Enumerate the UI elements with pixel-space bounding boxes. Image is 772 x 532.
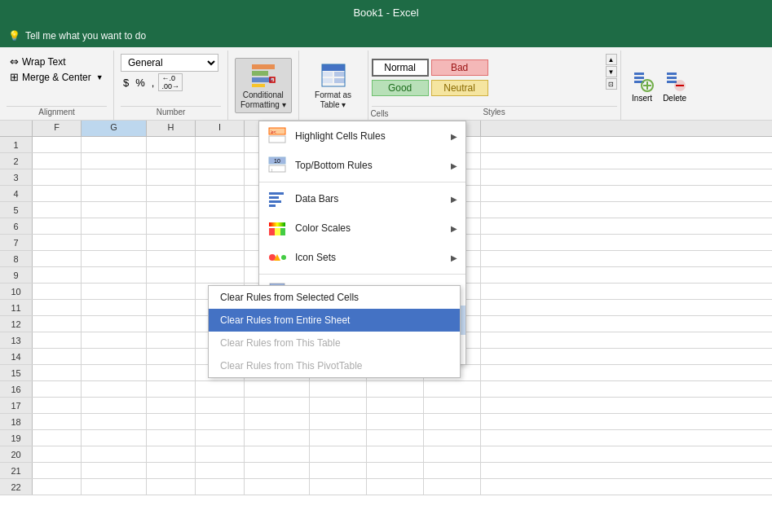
grid-cell[interactable] xyxy=(196,479,245,495)
grid-cell[interactable] xyxy=(367,446,424,463)
decimal-up-button[interactable]: ←.0.00→ xyxy=(158,73,183,91)
style-good[interactable]: Good xyxy=(372,80,429,96)
grid-cell[interactable] xyxy=(33,414,82,430)
dollar-button[interactable]: $ xyxy=(121,77,131,89)
grid-cell[interactable] xyxy=(147,365,196,381)
grid-cell[interactable] xyxy=(147,414,196,430)
grid-cell[interactable] xyxy=(147,316,196,332)
menu-item-colorscales[interactable]: Color Scales ▶ xyxy=(259,213,465,243)
grid-cell[interactable] xyxy=(82,202,147,218)
grid-cell[interactable] xyxy=(245,398,310,414)
grid-cell[interactable] xyxy=(310,463,367,479)
grid-cell[interactable] xyxy=(33,251,82,267)
grid-cell[interactable] xyxy=(33,218,82,235)
grid-cell[interactable] xyxy=(424,381,481,398)
grid-cell[interactable] xyxy=(33,137,82,153)
grid-cell[interactable] xyxy=(367,398,424,414)
grid-cell[interactable] xyxy=(196,463,245,479)
scroll-up-arrow[interactable]: ▲ xyxy=(606,54,617,65)
grid-cell[interactable] xyxy=(147,235,196,251)
percent-button[interactable]: % xyxy=(133,77,148,89)
grid-cell[interactable] xyxy=(196,202,245,218)
grid-cell[interactable] xyxy=(33,332,82,349)
grid-cell[interactable] xyxy=(245,414,310,430)
grid-cell[interactable] xyxy=(424,463,481,479)
grid-cell[interactable] xyxy=(196,430,245,446)
grid-cell[interactable] xyxy=(147,251,196,267)
grid-cell[interactable] xyxy=(196,153,245,169)
comma-button[interactable]: , xyxy=(149,77,157,89)
grid-cell[interactable] xyxy=(196,414,245,430)
grid-cell[interactable] xyxy=(82,235,147,251)
grid-cell[interactable] xyxy=(82,430,147,446)
grid-cell[interactable] xyxy=(147,169,196,186)
grid-cell[interactable] xyxy=(82,398,147,414)
grid-cell[interactable] xyxy=(33,365,82,381)
grid-cell[interactable] xyxy=(82,479,147,495)
grid-cell[interactable] xyxy=(367,381,424,398)
grid-cell[interactable] xyxy=(147,153,196,169)
grid-cell[interactable] xyxy=(82,414,147,430)
format-as-table-button[interactable]: Format asTable ▾ xyxy=(315,61,351,110)
delete-button[interactable]: Delete xyxy=(660,68,690,103)
grid-cell[interactable] xyxy=(82,316,147,332)
grid-cell[interactable] xyxy=(147,284,196,300)
grid-cell[interactable] xyxy=(196,267,245,284)
grid-cell[interactable] xyxy=(82,300,147,316)
grid-cell[interactable] xyxy=(82,169,147,186)
grid-cell[interactable] xyxy=(147,381,196,398)
style-bad[interactable]: Bad xyxy=(431,59,488,76)
grid-cell[interactable] xyxy=(82,137,147,153)
grid-cell[interactable] xyxy=(33,169,82,186)
grid-cell[interactable] xyxy=(196,446,245,463)
grid-cell[interactable] xyxy=(82,218,147,235)
grid-cell[interactable] xyxy=(147,332,196,349)
grid-cell[interactable] xyxy=(33,479,82,495)
tell-me-text[interactable]: Tell me what you want to do xyxy=(25,30,146,42)
grid-cell[interactable] xyxy=(196,186,245,202)
grid-cell[interactable] xyxy=(82,267,147,284)
submenu-selectedcells[interactable]: Clear Rules from Selected Cells xyxy=(209,286,460,309)
grid-cell[interactable] xyxy=(82,446,147,463)
grid-cell[interactable] xyxy=(196,169,245,186)
grid-cell[interactable] xyxy=(196,218,245,235)
grid-cell[interactable] xyxy=(310,430,367,446)
grid-cell[interactable] xyxy=(147,479,196,495)
grid-cell[interactable] xyxy=(245,463,310,479)
grid-cell[interactable] xyxy=(33,446,82,463)
grid-cell[interactable] xyxy=(33,316,82,332)
grid-cell[interactable] xyxy=(424,398,481,414)
grid-cell[interactable] xyxy=(33,300,82,316)
menu-item-topbottom[interactable]: 10 ↑ Top/Bottom Rules ▶ xyxy=(259,151,465,180)
grid-cell[interactable] xyxy=(33,381,82,398)
grid-cell[interactable] xyxy=(367,479,424,495)
grid-cell[interactable] xyxy=(82,381,147,398)
grid-cell[interactable] xyxy=(82,332,147,349)
grid-cell[interactable] xyxy=(147,137,196,153)
grid-cell[interactable] xyxy=(367,430,424,446)
grid-cell[interactable] xyxy=(33,202,82,218)
grid-cell[interactable] xyxy=(196,381,245,398)
menu-item-iconsets[interactable]: Icon Sets ▶ xyxy=(259,243,465,272)
style-neutral[interactable]: Neutral xyxy=(431,80,488,96)
grid-cell[interactable] xyxy=(310,446,367,463)
grid-cell[interactable] xyxy=(245,381,310,398)
grid-cell[interactable] xyxy=(33,153,82,169)
grid-cell[interactable] xyxy=(33,463,82,479)
grid-cell[interactable] xyxy=(147,267,196,284)
grid-cell[interactable] xyxy=(310,414,367,430)
grid-cell[interactable] xyxy=(310,479,367,495)
merge-center-button[interactable]: ⊞ Merge & Center ▼ xyxy=(7,69,107,85)
grid-cell[interactable] xyxy=(196,398,245,414)
grid-cell[interactable] xyxy=(147,446,196,463)
grid-cell[interactable] xyxy=(147,463,196,479)
grid-cell[interactable] xyxy=(196,235,245,251)
grid-cell[interactable] xyxy=(33,398,82,414)
grid-cell[interactable] xyxy=(147,349,196,365)
conditional-formatting-button[interactable]: ≠ ConditionalFormatting ▾ xyxy=(235,58,292,113)
grid-cell[interactable] xyxy=(245,430,310,446)
grid-cell[interactable] xyxy=(367,463,424,479)
menu-item-highlight[interactable]: ≥< Highlight Cells Rules ▶ xyxy=(259,121,465,151)
grid-cell[interactable] xyxy=(196,251,245,267)
grid-cell[interactable] xyxy=(367,414,424,430)
